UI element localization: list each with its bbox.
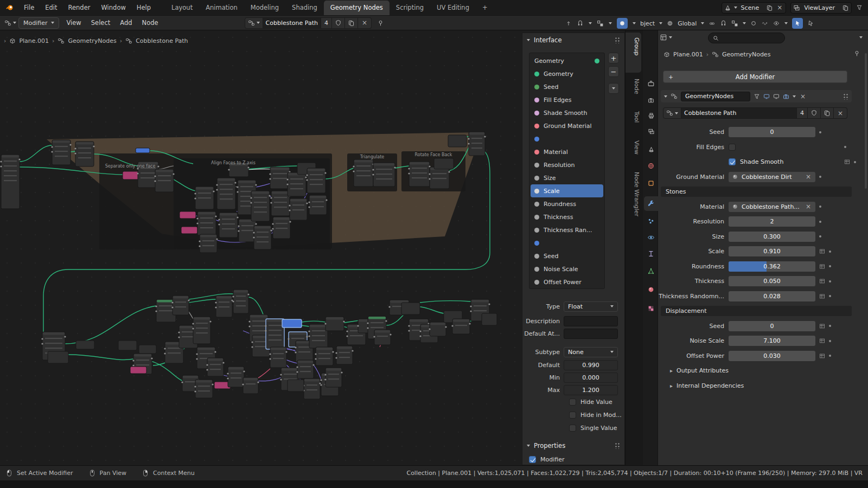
node-socket[interactable] bbox=[178, 336, 180, 338]
node-socket[interactable] bbox=[51, 146, 53, 147]
properties-tab-material[interactable] bbox=[644, 282, 658, 297]
node[interactable] bbox=[181, 227, 197, 234]
value-field[interactable]: 0.028 bbox=[729, 291, 815, 301]
node-socket[interactable] bbox=[194, 390, 196, 392]
node-socket[interactable] bbox=[181, 381, 183, 383]
node[interactable] bbox=[271, 191, 290, 216]
interface-item-scale[interactable]: Scale bbox=[531, 184, 603, 197]
properties-tab-physics[interactable] bbox=[644, 230, 658, 245]
node[interactable] bbox=[219, 213, 238, 237]
node-socket[interactable] bbox=[296, 371, 298, 373]
fake-user-button[interactable] bbox=[808, 107, 821, 119]
add-modifier-button[interactable]: ＋ Add Modifier bbox=[663, 70, 847, 83]
interface-item-fill-edges[interactable]: Fill Edges bbox=[531, 93, 603, 106]
node-socket[interactable] bbox=[173, 173, 174, 175]
breadcrumb-modifier[interactable]: GeometryNodes bbox=[68, 37, 116, 44]
interface-item-offset-power[interactable]: Offset Power bbox=[531, 275, 603, 288]
node-socket[interactable] bbox=[408, 168, 410, 169]
node-socket[interactable] bbox=[308, 201, 310, 203]
node-socket[interactable] bbox=[74, 147, 76, 149]
panel-output-attributes[interactable]: ▸Output Attributes bbox=[658, 363, 868, 378]
node-socket[interactable] bbox=[324, 323, 326, 324]
workspace-tab-layout[interactable]: Layout bbox=[165, 1, 199, 15]
node-socket[interactable] bbox=[357, 325, 359, 326]
editor-type-icon[interactable] bbox=[4, 20, 11, 27]
node-socket[interactable] bbox=[324, 374, 326, 375]
decorator-dot[interactable] bbox=[844, 146, 846, 148]
workspace-tab-uv-editing[interactable]: UV Editing bbox=[430, 1, 476, 15]
filter-options-icon[interactable] bbox=[859, 36, 863, 38]
input-attribute-toggle-icon[interactable] bbox=[819, 248, 825, 254]
node-link[interactable] bbox=[65, 306, 156, 344]
node-socket[interactable] bbox=[215, 301, 216, 303]
node-socket[interactable] bbox=[237, 216, 238, 218]
node-socket[interactable] bbox=[196, 217, 198, 219]
node-socket[interactable] bbox=[295, 346, 296, 348]
node-socket[interactable] bbox=[251, 346, 253, 348]
node-socket[interactable] bbox=[251, 341, 253, 343]
node-socket[interactable] bbox=[308, 330, 310, 332]
node[interactable] bbox=[304, 378, 320, 399]
node-socket[interactable] bbox=[237, 186, 238, 188]
editor-type-selector[interactable] bbox=[660, 34, 672, 41]
node-socket[interactable] bbox=[367, 322, 368, 324]
orientation-label[interactable]: Global bbox=[678, 20, 697, 27]
node-socket[interactable] bbox=[468, 143, 469, 144]
object-mode-label[interactable]: bject bbox=[640, 20, 655, 27]
node-socket[interactable] bbox=[448, 171, 450, 172]
node[interactable] bbox=[1, 155, 20, 209]
node-socket[interactable] bbox=[270, 229, 272, 231]
workspace-tab-shading[interactable]: Shading bbox=[285, 1, 324, 15]
scrollbar[interactable] bbox=[865, 53, 867, 189]
checkbox[interactable] bbox=[569, 399, 576, 406]
menu-window[interactable]: Window bbox=[95, 4, 131, 11]
edit-mode-toggle-icon[interactable] bbox=[763, 93, 770, 100]
decorator-dot[interactable] bbox=[829, 265, 831, 267]
node-socket[interactable] bbox=[367, 327, 368, 329]
node-socket[interactable] bbox=[69, 144, 71, 145]
node[interactable] bbox=[130, 367, 146, 374]
node-socket[interactable] bbox=[178, 331, 180, 333]
interface-item-ground-material[interactable]: Ground Material bbox=[531, 119, 603, 132]
breadcrumb-object[interactable]: Plane.001 bbox=[673, 51, 703, 58]
breadcrumb-object[interactable]: Plane.001 bbox=[19, 37, 49, 44]
value-field[interactable]: 0.030 bbox=[729, 351, 815, 361]
node-socket[interactable] bbox=[248, 320, 250, 322]
checkbox[interactable] bbox=[569, 412, 576, 419]
drag-handle-icon[interactable] bbox=[843, 93, 848, 100]
properties-tab-constraints[interactable] bbox=[644, 246, 658, 261]
node-link[interactable] bbox=[420, 301, 471, 303]
realtime-toggle-icon[interactable] bbox=[773, 93, 780, 100]
properties-tab-scene[interactable] bbox=[644, 142, 658, 157]
node[interactable] bbox=[76, 341, 94, 349]
node-socket[interactable] bbox=[232, 300, 234, 302]
node-socket[interactable] bbox=[232, 296, 234, 297]
socket-specials-button[interactable] bbox=[608, 83, 619, 94]
interface-item-size[interactable]: Size bbox=[531, 171, 603, 184]
browse-node-group-button[interactable] bbox=[245, 17, 263, 29]
node-socket[interactable] bbox=[196, 353, 197, 355]
node-socket[interactable] bbox=[255, 223, 257, 224]
snap-with-icon[interactable] bbox=[731, 20, 738, 27]
node-socket[interactable] bbox=[306, 202, 308, 204]
node[interactable] bbox=[193, 317, 210, 344]
decorator-dot[interactable] bbox=[819, 206, 821, 208]
node-socket[interactable] bbox=[206, 364, 208, 365]
node-socket[interactable] bbox=[341, 371, 342, 373]
node-socket[interactable] bbox=[74, 152, 76, 154]
node-socket[interactable] bbox=[257, 381, 259, 383]
node-socket[interactable] bbox=[272, 228, 273, 229]
decorator-dot[interactable] bbox=[829, 355, 831, 357]
node-socket[interactable] bbox=[41, 338, 43, 339]
properties-tab-output[interactable] bbox=[644, 108, 658, 123]
decorator-dot[interactable] bbox=[854, 161, 856, 163]
breadcrumb-modifier[interactable]: GeometryNodes bbox=[722, 51, 770, 58]
node-socket[interactable] bbox=[315, 358, 316, 359]
node-socket[interactable] bbox=[394, 166, 395, 168]
node-socket[interactable] bbox=[155, 305, 157, 307]
workspace-tab-geometry-nodes[interactable]: Geometry Nodes bbox=[324, 1, 390, 15]
visibility-icon[interactable] bbox=[773, 20, 780, 27]
node[interactable] bbox=[401, 303, 420, 314]
menu-view[interactable]: View bbox=[61, 19, 86, 27]
node[interactable] bbox=[282, 319, 302, 328]
